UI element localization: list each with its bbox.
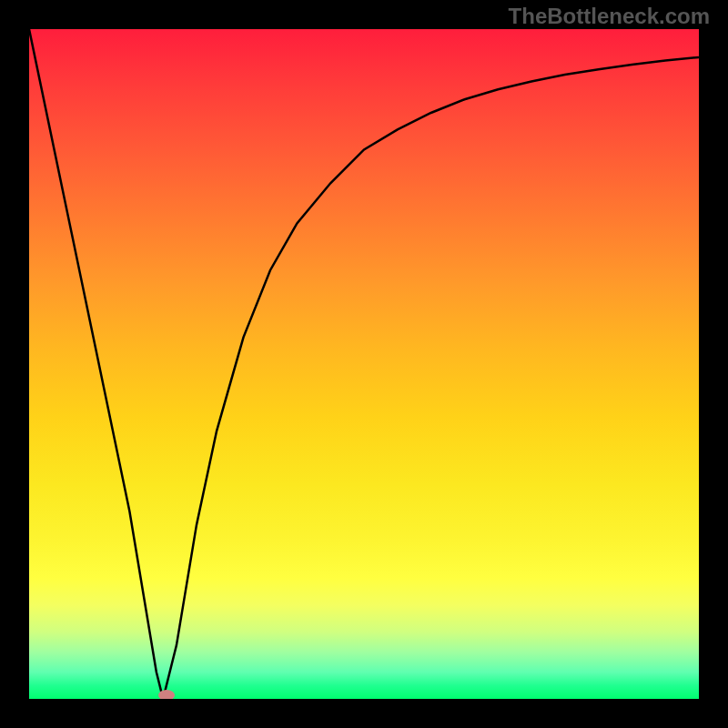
chart-container: TheBottleneck.com: [0, 0, 728, 728]
optimal-point-marker: [158, 690, 175, 699]
plot-area: [29, 29, 699, 699]
bottleneck-curve: [29, 29, 699, 699]
curve-svg: [29, 29, 699, 699]
watermark-text: TheBottleneck.com: [509, 4, 710, 29]
